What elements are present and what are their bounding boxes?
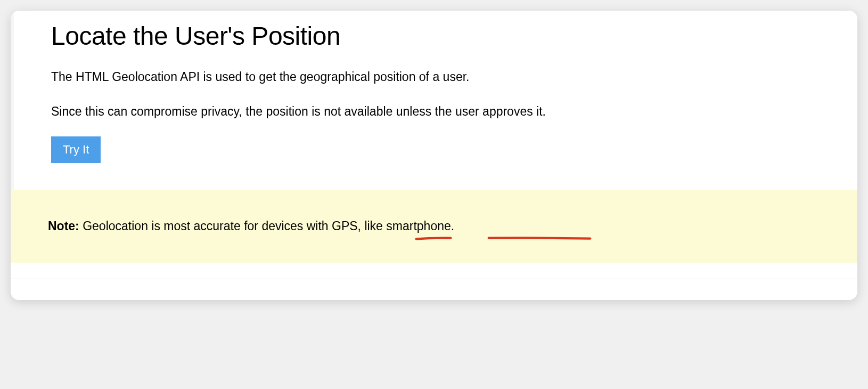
page-title: Locate the User's Position <box>51 21 820 51</box>
try-it-button[interactable]: Try It <box>51 136 101 163</box>
paragraph-intro: The HTML Geolocation API is used to get … <box>51 68 820 86</box>
content-area: Locate the User's Position The HTML Geol… <box>11 11 857 190</box>
document-card: Locate the User's Position The HTML Geol… <box>11 11 857 300</box>
note-label: Note: <box>48 219 79 233</box>
note-box: Note: Geolocation is most accurate for d… <box>11 190 857 263</box>
bottom-area <box>11 279 857 300</box>
divider-line <box>11 279 857 279</box>
paragraph-privacy: Since this can compromise privacy, the p… <box>51 102 820 121</box>
note-text: Geolocation is most accurate for devices… <box>79 219 454 233</box>
